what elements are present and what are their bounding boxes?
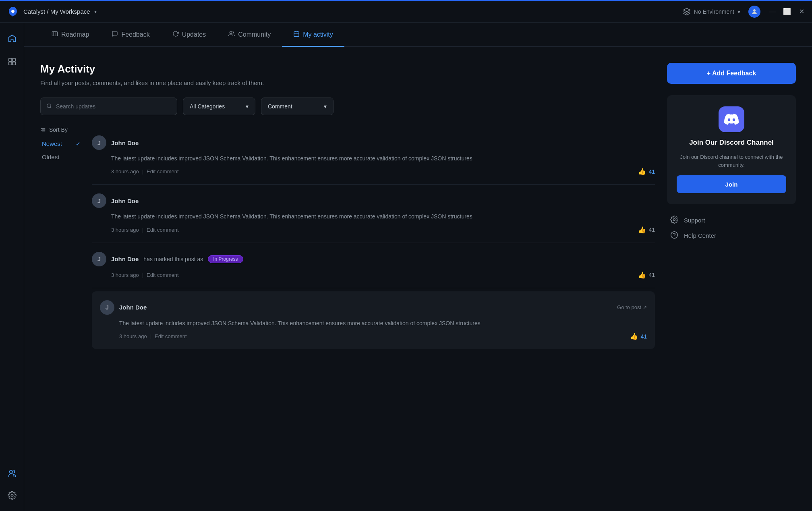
- community-icon: [228, 31, 235, 39]
- like-number: 41: [648, 272, 655, 278]
- activity-footer-left: 3 hours ago | Edit comment: [111, 168, 179, 174]
- maximize-button[interactable]: ⬜: [783, 8, 791, 15]
- avatar: J: [92, 252, 106, 266]
- activity-footer-left: 3 hours ago | Edit comment: [111, 227, 179, 233]
- svg-rect-2: [12, 58, 15, 61]
- support-icon: [670, 216, 679, 224]
- activity-list: J John Doe The latest update includes im…: [92, 127, 655, 349]
- activity-footer: 3 hours ago | Edit comment 👍 41: [111, 271, 655, 279]
- titlebar: Catalyst / My Workspace ▾ No Environment…: [0, 0, 812, 23]
- activity-user: J John Doe: [100, 300, 147, 315]
- tab-my-activity[interactable]: My activity: [282, 23, 344, 47]
- search-box[interactable]: [40, 98, 177, 115]
- main-content: My Activity Find all your posts, comment…: [24, 47, 812, 511]
- window-controls: — ⬜ ✕: [768, 8, 806, 15]
- catalyst-logo: [6, 5, 19, 18]
- user-name: John Doe: [119, 304, 147, 311]
- tab-updates[interactable]: Updates: [161, 23, 218, 47]
- discord-description: Join our Discord channel to connect with…: [677, 153, 786, 169]
- help-icon: [670, 231, 679, 240]
- left-panel: My Activity Find all your posts, comment…: [40, 63, 667, 495]
- activity-text: The latest update includes improved JSON…: [111, 212, 655, 221]
- category-chevron-icon: ▾: [246, 103, 249, 110]
- activity-time: 3 hours ago: [111, 227, 139, 233]
- activity-item: J John Doe has marked this post as In Pr…: [92, 243, 655, 288]
- tab-feedback[interactable]: Feedback: [100, 23, 161, 47]
- join-discord-button[interactable]: Join: [677, 175, 786, 193]
- like-count[interactable]: 👍 41: [630, 332, 647, 340]
- like-number: 41: [648, 226, 655, 233]
- close-button[interactable]: ✕: [798, 8, 806, 15]
- like-number: 41: [648, 168, 655, 175]
- external-link-icon: ↗: [643, 305, 647, 310]
- search-input[interactable]: [56, 103, 171, 110]
- help-center-link[interactable]: Help Center: [670, 231, 796, 240]
- activity-user: J John Doe has marked this post as In Pr…: [92, 252, 243, 266]
- category-filter-label: All Categories: [190, 103, 225, 110]
- svg-rect-3: [8, 62, 11, 65]
- edit-comment-link[interactable]: Edit comment: [155, 333, 186, 339]
- separator: |: [142, 168, 143, 174]
- avatar: J: [92, 193, 106, 208]
- filters-row: All Categories ▾ Comment ▾: [40, 98, 655, 115]
- edit-comment-link[interactable]: Edit comment: [147, 168, 178, 174]
- avatar: J: [92, 135, 106, 150]
- support-link[interactable]: Support: [670, 216, 796, 224]
- titlebar-chevron-icon[interactable]: ▾: [94, 9, 97, 15]
- category-filter[interactable]: All Categories ▾: [183, 98, 255, 115]
- app-layout: Roadmap Feedback Updates: [0, 23, 812, 511]
- activity-time: 3 hours ago: [111, 168, 139, 174]
- env-chevron-icon: ▾: [737, 8, 740, 15]
- svg-point-5: [9, 470, 12, 473]
- thumb-up-icon: 👍: [638, 271, 646, 279]
- type-chevron-icon: ▾: [324, 103, 327, 110]
- type-filter[interactable]: Comment ▾: [261, 98, 334, 115]
- sidebar-icon-home[interactable]: [4, 31, 20, 46]
- type-filter-label: Comment: [268, 103, 292, 110]
- like-count[interactable]: 👍 41: [638, 168, 655, 175]
- edit-comment-link[interactable]: Edit comment: [147, 227, 178, 233]
- separator: |: [142, 272, 143, 278]
- sort-oldest[interactable]: Oldest: [42, 152, 81, 162]
- sidebar-icon-dashboard[interactable]: [4, 54, 20, 69]
- tab-my-activity-label: My activity: [303, 31, 333, 38]
- activity-user: J John Doe: [92, 193, 139, 208]
- discord-title: Join Our Discord Channel: [689, 139, 774, 147]
- user-avatar[interactable]: [748, 6, 760, 18]
- edit-comment-link[interactable]: Edit comment: [147, 272, 178, 278]
- svg-rect-9: [294, 31, 299, 36]
- go-to-post-link[interactable]: Go to post ↗: [617, 304, 647, 310]
- avatar: J: [100, 300, 114, 315]
- sort-label: Sort By: [40, 127, 81, 133]
- activity-footer-left: 3 hours ago | Edit comment: [111, 272, 179, 278]
- sort-by-text: Sort By: [49, 127, 68, 133]
- like-count[interactable]: 👍 41: [638, 271, 655, 279]
- sidebar-icon-settings[interactable]: [4, 488, 20, 503]
- newest-check-icon: ✓: [76, 141, 81, 147]
- minimize-button[interactable]: —: [768, 8, 777, 15]
- activity-header: J John Doe: [92, 135, 655, 150]
- titlebar-left: Catalyst / My Workspace ▾: [6, 5, 97, 18]
- env-selector[interactable]: No Environment ▾: [683, 8, 740, 16]
- separator: |: [142, 227, 143, 233]
- activity-text: The latest update includes improved JSON…: [111, 154, 655, 163]
- sort-newest[interactable]: Newest ✓: [42, 139, 81, 149]
- discord-card: Join Our Discord Channel Join our Discor…: [667, 95, 796, 204]
- support-label: Support: [684, 217, 705, 224]
- separator: |: [150, 333, 151, 339]
- help-center-label: Help Center: [684, 232, 716, 239]
- activity-footer: 3 hours ago | Edit comment 👍 41: [119, 332, 647, 340]
- tab-updates-label: Updates: [182, 31, 206, 38]
- content-area: Roadmap Feedback Updates: [24, 23, 812, 511]
- user-name: John Doe: [111, 256, 139, 262]
- feedback-icon: [112, 31, 118, 39]
- tab-roadmap[interactable]: Roadmap: [40, 23, 100, 47]
- tab-community[interactable]: Community: [217, 23, 282, 47]
- sidebar-icon-users[interactable]: [4, 466, 20, 481]
- roadmap-icon: [52, 31, 58, 39]
- svg-point-6: [11, 494, 13, 496]
- updates-icon: [172, 31, 179, 39]
- add-feedback-button[interactable]: + Add Feedback: [667, 63, 796, 84]
- activity-footer: 3 hours ago | Edit comment 👍 41: [111, 226, 655, 234]
- like-count[interactable]: 👍 41: [638, 226, 655, 234]
